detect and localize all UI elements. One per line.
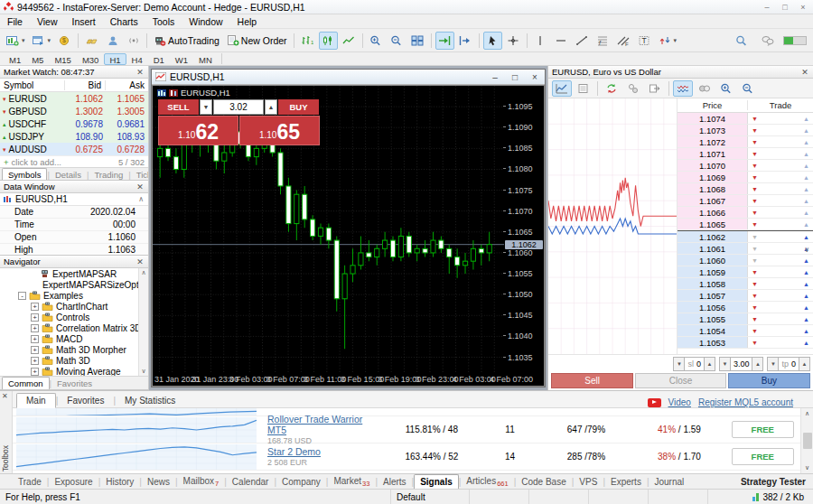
signal-name-link[interactable]: Star 2 Demo [267, 446, 383, 457]
dom-zoom-in-button[interactable] [716, 80, 736, 97]
trendline-button[interactable] [573, 32, 592, 50]
timeframe-M1[interactable]: M1 [4, 53, 26, 65]
buy-chevron-icon[interactable]: ▲ [799, 313, 813, 324]
chart-canvas[interactable]: EURUSD,H1 SELL ▼ 3.02 ▲ BUY 1.1062 [152, 85, 545, 387]
ladder-row[interactable]: 1.1058▼▲ [678, 278, 813, 290]
sell-price-display[interactable]: 1.1062 [158, 116, 238, 145]
buy-chevron-icon[interactable]: ▲ [799, 290, 813, 301]
expand-toggle-icon[interactable]: + [31, 335, 39, 343]
chart-close-button[interactable]: × [528, 72, 541, 82]
ladder-row[interactable]: 1.1074▼▲ [678, 113, 813, 125]
ladder-row[interactable]: 1.1072▼▲ [678, 136, 813, 148]
market-watch-row-USDJPY[interactable]: ▴USDJPY 108.90 108.93 [0, 130, 148, 143]
chart-minimize-button[interactable]: – [489, 72, 501, 82]
take-profit-spinner[interactable]: ▼tp0▲ [767, 357, 810, 371]
buy-chevron-icon[interactable]: ▲ [799, 266, 813, 277]
market-watch-tab-ticks[interactable]: Ticks [131, 168, 148, 181]
dom-volume-spinner[interactable]: ▼3.00▲ [719, 357, 764, 371]
signal-name-link[interactable]: Rollover Trade Warrior MT5 [267, 414, 383, 435]
sell-chevron-icon[interactable]: ▼ [748, 243, 762, 254]
buy-chevron-icon[interactable]: ▲ [799, 183, 813, 194]
menu-view[interactable]: View [30, 14, 65, 28]
buy-chevron-icon[interactable]: ▲ [799, 207, 813, 218]
bars-button[interactable]: 1 [298, 32, 317, 50]
expand-toggle-icon[interactable]: + [31, 303, 39, 311]
sell-chevron-icon[interactable]: ▼ [748, 207, 762, 218]
menu-window[interactable]: Window [182, 14, 229, 28]
toolbox-tab-experts[interactable]: Experts [605, 476, 647, 488]
tile-windows-button[interactable] [408, 32, 427, 50]
menu-tools[interactable]: Tools [145, 14, 182, 28]
ladder-row[interactable]: 1.1056▼▲ [678, 302, 813, 313]
data-window-symbol-row[interactable]: EURUSD,H1 ∧ [0, 193, 148, 206]
signals-tab-my-statistics[interactable]: My Statistics [116, 394, 184, 407]
ladder-row[interactable]: 1.1054▼▲ [678, 325, 813, 337]
signal-row[interactable]: Star 2 Demo2 508 EUR 163.44% / 52 14 285… [13, 443, 813, 471]
time-axis[interactable]: 31 Jan 202031 Jan 23:003 Feb 03:003 Feb … [153, 374, 504, 386]
dom-zig-button[interactable] [673, 80, 693, 97]
sell-chevron-icon[interactable]: ▼ [748, 183, 762, 194]
sell-chevron-icon[interactable]: ▼ [748, 148, 762, 159]
autotrading-button[interactable]: AutoTrading [151, 32, 222, 50]
navigator-item-moving-average[interactable]: + Moving Average [0, 366, 148, 376]
profiles-button[interactable]: ▾ [30, 32, 54, 50]
buy-chevron-icon[interactable]: ▲ [799, 160, 813, 171]
sell-button[interactable]: SELL [158, 99, 199, 115]
crosshair-button[interactable] [504, 32, 523, 50]
search-button[interactable] [732, 32, 751, 50]
column-bid[interactable]: Bid [65, 80, 106, 90]
signals-tab-main[interactable]: Main [16, 393, 56, 408]
buy-chevron-icon[interactable]: ▲ [799, 148, 813, 159]
zoom-in-button[interactable] [367, 32, 386, 50]
navigator-item-chartinchart[interactable]: + ChartInChart [0, 301, 148, 312]
accounts-button[interactable] [103, 32, 122, 50]
price-scale[interactable]: 1.10951.10901.10851.10801.10751.10701.10… [504, 86, 544, 374]
market-watch-row-GBPUSD[interactable]: ▾GBPUSD 1.3002 1.3005 [0, 105, 148, 117]
new-chart-button[interactable]: ▾ [4, 32, 28, 50]
dom-close-button[interactable]: Close [635, 373, 725, 388]
market-watch-tab-details[interactable]: Details [50, 168, 87, 181]
navigator-item-examples[interactable]: - Examples [0, 290, 148, 301]
sell-chevron-icon[interactable]: ▼ [748, 278, 762, 289]
buy-chevron-icon[interactable]: ▲ [799, 302, 813, 313]
toolbox-tab-market[interactable]: Market33 [328, 475, 375, 489]
market-watch-row-USDCHF[interactable]: ▴USDCHF 0.9678 0.9681 [0, 117, 148, 130]
dom-export-button[interactable] [645, 80, 665, 97]
buy-button[interactable]: BUY [278, 99, 319, 115]
column-ask[interactable]: Ask [106, 80, 148, 90]
navigator-item-expertmapsarsizeoptim[interactable]: ExpertMAPSARSizeOptim [0, 279, 148, 290]
register-mql5-link[interactable]: Register MQL5 account [698, 397, 793, 407]
toolbox-tab-history[interactable]: History [100, 476, 139, 488]
zoom-out-button[interactable] [388, 32, 406, 50]
ladder-row[interactable]: 1.1071▼▲ [678, 148, 813, 160]
channel-button[interactable]: F [614, 32, 633, 50]
volume-increase-button[interactable]: ▲ [265, 99, 277, 115]
ladder-row[interactable]: 1.1070▼▲ [678, 160, 813, 172]
sell-chevron-icon[interactable]: ▼ [748, 302, 762, 313]
dom-circles-button[interactable] [695, 80, 715, 97]
timeframe-W1[interactable]: W1 [170, 53, 193, 65]
ladder-row[interactable]: 1.1057▼▲ [678, 290, 813, 302]
buy-chevron-icon[interactable]: ▲ [799, 172, 813, 182]
free-badge-button[interactable]: FREE [732, 448, 794, 465]
sell-chevron-icon[interactable]: ▼ [748, 219, 762, 229]
chart-shift-button[interactable] [456, 32, 475, 50]
navigator-scrollbar[interactable]: ∧∨ [138, 268, 148, 376]
ladder-row[interactable]: 1.1065▼▲ [678, 219, 813, 230]
toolbox-tab-news[interactable]: News [142, 476, 175, 488]
navigator-item-math-3d[interactable]: + Math 3D [0, 355, 148, 366]
dom-book-button[interactable] [574, 80, 593, 97]
expand-toggle-icon[interactable]: + [31, 357, 39, 365]
ladder-row[interactable]: 1.1059▼▲ [678, 266, 813, 278]
dom-sell-button[interactable]: Sell [551, 373, 633, 388]
dom-chart-button[interactable] [552, 80, 572, 97]
toolbox-tab-signals[interactable]: Signals [414, 474, 459, 489]
timeframe-MN[interactable]: MN [193, 53, 218, 65]
sell-chevron-icon[interactable]: ▼ [748, 125, 762, 135]
toolbox-tab-exposure[interactable]: Exposure [49, 476, 98, 488]
buy-chevron-icon[interactable]: ▲ [799, 125, 813, 135]
sell-chevron-icon[interactable]: ▼ [748, 113, 762, 124]
ladder-row[interactable]: 1.1062▼▲ [678, 231, 813, 243]
ladder-row[interactable]: 1.1073▼▲ [678, 125, 813, 136]
chart-window-titlebar[interactable]: EURUSD,H1 –□× [152, 70, 545, 85]
